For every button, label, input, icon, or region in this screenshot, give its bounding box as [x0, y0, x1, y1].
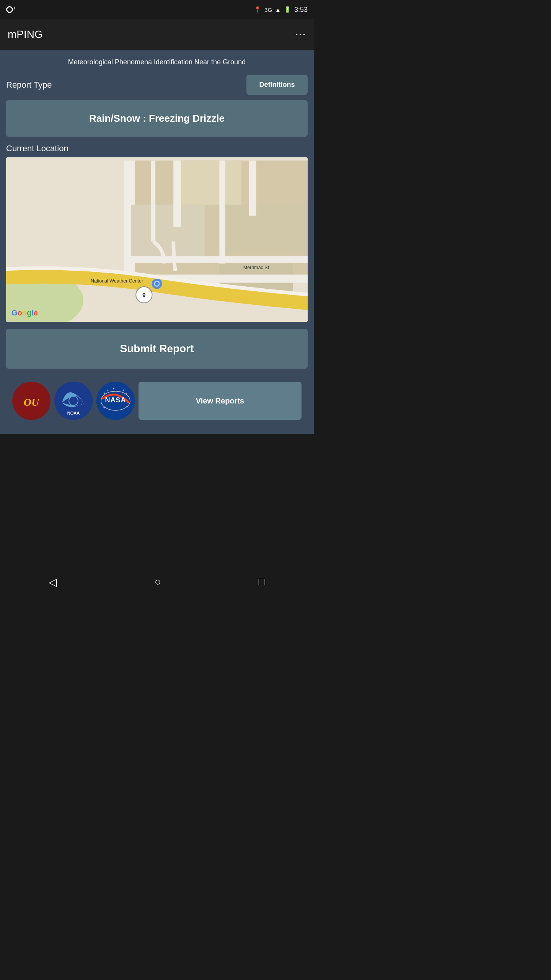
- map-container[interactable]: 9 National Weather Center Merrimac St Go…: [6, 157, 308, 322]
- svg-rect-4: [131, 205, 205, 256]
- status-right: 📍 3G ▲ 🔋 3:53: [254, 6, 308, 14]
- report-type-row: Report Type Definitions: [6, 75, 308, 95]
- nav-bar: ◁ ○ □: [0, 567, 314, 597]
- svg-rect-6: [219, 205, 308, 253]
- status-time: 3:53: [294, 6, 308, 14]
- bottom-bar: OU NOAA NASA: [6, 376, 308, 426]
- ou-logo: OU: [12, 382, 51, 420]
- svg-point-23: [69, 396, 78, 405]
- svg-rect-9: [219, 161, 225, 264]
- app-subtitle: Meteorological Phenomena Identification …: [6, 57, 308, 67]
- nasa-logo: NASA: [96, 382, 135, 420]
- svg-rect-5: [175, 161, 241, 205]
- svg-point-28: [104, 393, 106, 394]
- view-reports-button[interactable]: View Reports: [139, 382, 302, 420]
- svg-text:Merrimac St: Merrimac St: [243, 265, 269, 270]
- more-options-button[interactable]: ⋮: [294, 29, 307, 40]
- network-indicator: 3G: [264, 7, 272, 13]
- app-title: mPING: [8, 28, 43, 41]
- home-button[interactable]: ○: [155, 576, 161, 588]
- main-content: Meteorological Phenomena Identification …: [0, 50, 314, 434]
- recent-apps-button[interactable]: □: [259, 576, 265, 588]
- status-bar: 📍 3G ▲ 🔋 3:53: [0, 0, 314, 19]
- noaa-logo: NOAA: [54, 382, 93, 420]
- status-left: [6, 6, 13, 13]
- svg-point-34: [104, 407, 105, 408]
- svg-point-17: [155, 282, 159, 286]
- svg-point-32: [126, 394, 127, 395]
- report-type-label: Report Type: [6, 80, 52, 90]
- battery-icon: 🔋: [284, 6, 291, 13]
- current-location-label: Current Location: [6, 144, 308, 154]
- signal-icon: ▲: [275, 7, 281, 13]
- location-icon: 📍: [254, 6, 261, 13]
- back-button[interactable]: ◁: [49, 576, 57, 588]
- svg-rect-12: [131, 256, 308, 263]
- svg-text:NASA: NASA: [105, 396, 126, 404]
- svg-text:NOAA: NOAA: [67, 411, 80, 415]
- svg-point-31: [123, 390, 124, 391]
- svg-text:National Weather Center: National Weather Center: [91, 279, 143, 284]
- google-logo: Google: [11, 309, 38, 317]
- report-type-button[interactable]: Rain/Snow : Freezing Drizzle: [6, 100, 308, 137]
- svg-rect-8: [173, 161, 181, 227]
- svg-rect-10: [249, 161, 256, 216]
- svg-point-29: [108, 390, 109, 391]
- svg-text:9: 9: [142, 292, 146, 298]
- svg-text:OU: OU: [24, 396, 40, 408]
- app-bar: mPING ⋮: [0, 19, 314, 50]
- notification-icon: [6, 6, 13, 13]
- svg-point-33: [127, 406, 128, 407]
- svg-point-30: [113, 388, 114, 389]
- submit-report-button[interactable]: Submit Report: [6, 329, 308, 369]
- definitions-button[interactable]: Definitions: [246, 75, 308, 95]
